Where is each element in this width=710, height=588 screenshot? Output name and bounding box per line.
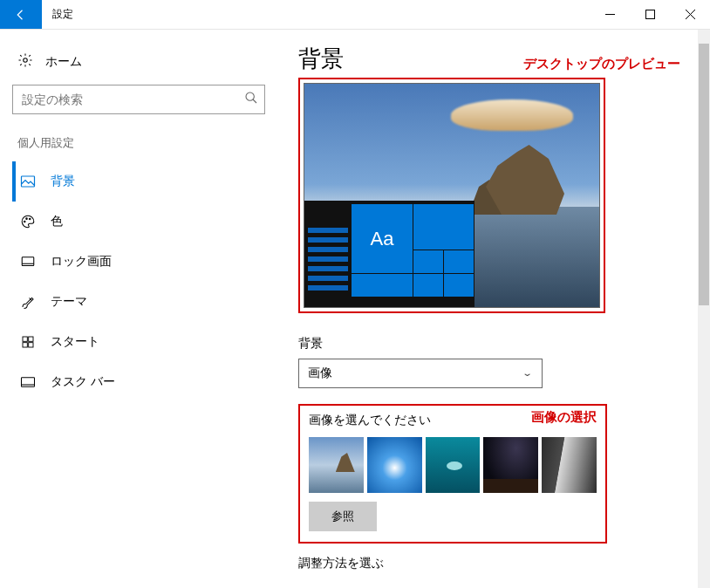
preview-accent-tile: Aa (352, 204, 413, 273)
palette-icon (19, 214, 37, 229)
brush-icon (19, 294, 37, 310)
nav-item-label: タスク バー (51, 374, 115, 390)
picture-thumb-2[interactable] (367, 437, 422, 493)
picture-thumb-4[interactable] (483, 437, 538, 493)
lockscreen-icon (19, 254, 37, 270)
nav-item-colors[interactable]: 色 (12, 202, 265, 242)
scrollbar[interactable] (698, 30, 710, 588)
search-icon (244, 91, 258, 108)
svg-rect-17 (22, 378, 35, 387)
browse-button-label: 参照 (331, 509, 354, 524)
minimize-button[interactable] (590, 0, 630, 29)
svg-point-8 (24, 221, 26, 222)
background-field-label: 背景 (298, 336, 689, 352)
nav-item-lockscreen[interactable]: ロック画面 (12, 242, 265, 282)
chevron-down-icon: ⌄ (522, 368, 533, 378)
svg-rect-16 (29, 343, 33, 347)
nav-item-themes[interactable]: テーマ (12, 282, 265, 322)
close-button[interactable] (670, 0, 710, 29)
nav-home-label: ホーム (45, 54, 82, 70)
section-label: 個人用設定 (12, 135, 265, 156)
nav-item-label: スタート (51, 334, 99, 350)
background-dropdown[interactable]: 画像 ⌄ (298, 359, 543, 388)
svg-point-9 (26, 218, 28, 220)
svg-rect-13 (23, 337, 27, 341)
annotation-preview: デスクトップのプレビュー (523, 56, 680, 72)
browse-button[interactable]: 参照 (309, 502, 377, 531)
nav-item-background[interactable]: 背景 (12, 161, 265, 202)
scrollbar-thumb[interactable] (699, 44, 709, 305)
svg-rect-11 (22, 257, 34, 266)
page-title: 背景 (298, 44, 344, 74)
taskbar-icon (19, 374, 37, 390)
search-box[interactable] (12, 85, 265, 114)
nav-item-start[interactable]: スタート (12, 322, 265, 362)
annotation-pick-box: 画像を選んでください 画像の選択 参照 (298, 404, 607, 544)
svg-line-6 (253, 99, 256, 103)
back-button[interactable] (0, 0, 42, 29)
picture-icon (19, 174, 37, 189)
svg-point-5 (246, 92, 254, 100)
fit-label: 調整方法を選ぶ (298, 556, 689, 571)
nav-item-label: テーマ (51, 294, 87, 310)
picture-thumb-3[interactable] (426, 437, 481, 493)
svg-point-10 (30, 218, 31, 220)
start-icon (19, 335, 37, 349)
svg-rect-1 (645, 10, 654, 19)
nav-item-taskbar[interactable]: タスク バー (12, 362, 265, 402)
nav-home[interactable]: ホーム (12, 47, 265, 85)
search-input[interactable] (12, 85, 265, 114)
svg-rect-14 (29, 337, 33, 341)
nav-item-label: 背景 (51, 174, 75, 189)
annotation-preview-box: Aa (298, 78, 605, 313)
gear-icon (17, 52, 33, 71)
nav-item-label: 色 (51, 214, 63, 229)
app-title: 設定 (42, 0, 590, 29)
desktop-preview: Aa (304, 83, 600, 308)
nav-item-label: ロック画面 (51, 254, 112, 270)
annotation-pick: 画像の選択 (531, 409, 597, 426)
choose-picture-label: 画像を選んでください (309, 413, 431, 428)
picture-thumb-5[interactable] (542, 437, 597, 493)
picture-thumb-1[interactable] (309, 437, 364, 493)
svg-rect-15 (23, 343, 27, 347)
background-dropdown-value: 画像 (308, 366, 332, 381)
svg-point-4 (24, 58, 28, 63)
maximize-button[interactable] (630, 0, 670, 29)
